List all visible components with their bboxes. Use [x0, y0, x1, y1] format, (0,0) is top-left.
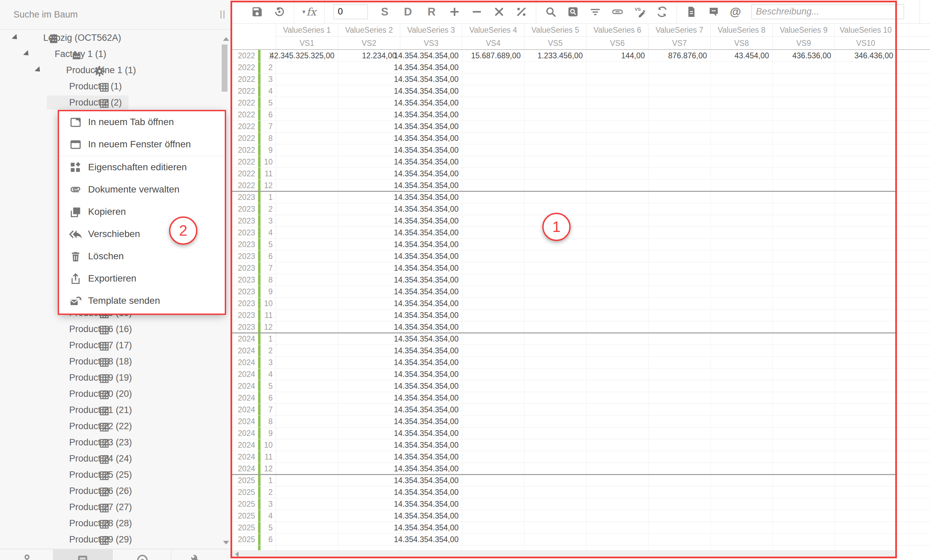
- grid-cell[interactable]: [462, 132, 524, 144]
- grid-cell[interactable]: [773, 203, 835, 215]
- grid-cell[interactable]: [587, 215, 648, 227]
- grid-cell[interactable]: [711, 333, 773, 345]
- grid-cell[interactable]: [773, 392, 835, 404]
- panel-resize-handle[interactable]: ||: [220, 9, 226, 19]
- s-mode-button[interactable]: S: [381, 5, 388, 18]
- grid-cell[interactable]: [462, 333, 524, 345]
- grid-cell[interactable]: [524, 345, 587, 356]
- grid-cell[interactable]: [711, 109, 773, 120]
- grid-cell[interactable]: [587, 132, 648, 144]
- grid-cell[interactable]: [276, 239, 338, 250]
- grid-cell[interactable]: [587, 286, 648, 298]
- grid-cell[interactable]: [835, 321, 897, 333]
- grid-cell[interactable]: [524, 156, 587, 167]
- grid-cell[interactable]: [711, 168, 773, 180]
- grid-cell[interactable]: [276, 416, 338, 427]
- grid-cell[interactable]: 1.233.456,00: [524, 50, 587, 61]
- tree-expand-icon[interactable]: [23, 50, 31, 58]
- grid-cell[interactable]: [338, 368, 400, 380]
- save-button[interactable]: [251, 6, 263, 18]
- grid-cell[interactable]: [648, 486, 711, 498]
- grid-cell[interactable]: [462, 522, 524, 533]
- grid-cell[interactable]: 14.354.354.354,00: [400, 274, 462, 285]
- grid-cell[interactable]: [835, 546, 897, 550]
- grid-cell[interactable]: [835, 498, 897, 510]
- grid-cell[interactable]: [587, 463, 648, 474]
- grid-cell[interactable]: 14.354.354.354,00: [400, 534, 462, 545]
- grid-cell[interactable]: [524, 144, 587, 156]
- grid-cell[interactable]: [587, 510, 648, 522]
- grid-cell[interactable]: [462, 180, 524, 191]
- grid-cell[interactable]: [711, 274, 773, 285]
- grid-cell[interactable]: [711, 498, 773, 510]
- grid-cell[interactable]: [276, 168, 338, 180]
- grid-cell[interactable]: [338, 321, 400, 333]
- grid-cell[interactable]: [835, 250, 897, 262]
- menu-item-send-template[interactable]: Template senden: [59, 290, 225, 312]
- grid-cell[interactable]: [648, 192, 711, 203]
- grid-cell[interactable]: [648, 97, 711, 109]
- grid-cell[interactable]: [648, 439, 711, 451]
- grid-cell[interactable]: [462, 416, 524, 427]
- grid-cell[interactable]: [835, 428, 897, 439]
- menu-item-move[interactable]: Verschieben: [59, 223, 225, 245]
- grid-cell[interactable]: [648, 345, 711, 356]
- grid-cell[interactable]: [338, 498, 400, 510]
- grid-cell[interactable]: [276, 321, 338, 333]
- search-button[interactable]: [545, 6, 557, 18]
- grid-cell[interactable]: 14.354.354.354,00: [400, 463, 462, 474]
- grid-cell[interactable]: [648, 310, 711, 321]
- grid-cell[interactable]: [835, 274, 897, 285]
- grid-cell[interactable]: 14.354.354.354,00: [400, 180, 462, 191]
- grid-cell[interactable]: [524, 180, 587, 191]
- key-tab[interactable]: [21, 554, 34, 560]
- grid-cell[interactable]: 14.354.354.354,00: [400, 132, 462, 144]
- grid-cell[interactable]: [587, 392, 648, 404]
- grid-cell[interactable]: 14.354.354.354,00: [400, 215, 462, 227]
- d-mode-button[interactable]: D: [404, 5, 412, 18]
- grid-cell[interactable]: [587, 522, 648, 533]
- grid-cell[interactable]: [773, 156, 835, 167]
- grid-cell[interactable]: [587, 227, 648, 238]
- grid-cell[interactable]: [773, 227, 835, 238]
- grid-cell[interactable]: [835, 475, 897, 486]
- grid-cell[interactable]: [835, 97, 897, 109]
- grid-cell[interactable]: 15.687.689,00: [462, 50, 524, 61]
- grid-cell[interactable]: [711, 368, 773, 380]
- grid-cell[interactable]: [648, 203, 711, 215]
- grid-cell[interactable]: [648, 534, 711, 545]
- grid-cell[interactable]: [835, 85, 897, 97]
- grid-cell[interactable]: [462, 546, 524, 550]
- grid-cell[interactable]: [711, 215, 773, 227]
- grid-cell[interactable]: [462, 286, 524, 298]
- grid-cell[interactable]: [711, 62, 773, 73]
- description-input[interactable]: [751, 5, 904, 19]
- grid-cell[interactable]: [587, 428, 648, 439]
- grid-cell[interactable]: [711, 74, 773, 85]
- grid-cell[interactable]: [773, 546, 835, 550]
- grid-cell[interactable]: [835, 451, 897, 463]
- grid-cell[interactable]: [773, 180, 835, 191]
- tree-expand-icon[interactable]: [12, 34, 20, 42]
- grid-cell[interactable]: 14.354.354.354,00: [400, 368, 462, 380]
- grid-cell[interactable]: [338, 534, 400, 545]
- menu-item-delete[interactable]: Löschen: [59, 245, 225, 268]
- grid-cell[interactable]: [773, 428, 835, 439]
- grid-cell[interactable]: [338, 132, 400, 144]
- grid-cell[interactable]: [587, 439, 648, 451]
- grid-cell[interactable]: [276, 486, 338, 498]
- tree-node-product-20-20[interactable]: Product 20 (20): [0, 386, 219, 402]
- grid-cell[interactable]: [711, 286, 773, 298]
- grid-cell[interactable]: [462, 156, 524, 167]
- grid-cell[interactable]: [524, 392, 587, 404]
- grid-cell[interactable]: [711, 298, 773, 309]
- grid-cell[interactable]: [711, 486, 773, 498]
- multiply-button[interactable]: [493, 6, 505, 18]
- grid-cell[interactable]: 14.354.354.354,00: [400, 380, 462, 392]
- grid-cell[interactable]: [524, 510, 587, 522]
- grid-cell[interactable]: [524, 192, 587, 203]
- comment-button[interactable]: [708, 6, 720, 18]
- grid-cell[interactable]: [524, 121, 587, 132]
- tree-expand-icon[interactable]: [35, 66, 43, 74]
- grid-cell[interactable]: [462, 463, 524, 474]
